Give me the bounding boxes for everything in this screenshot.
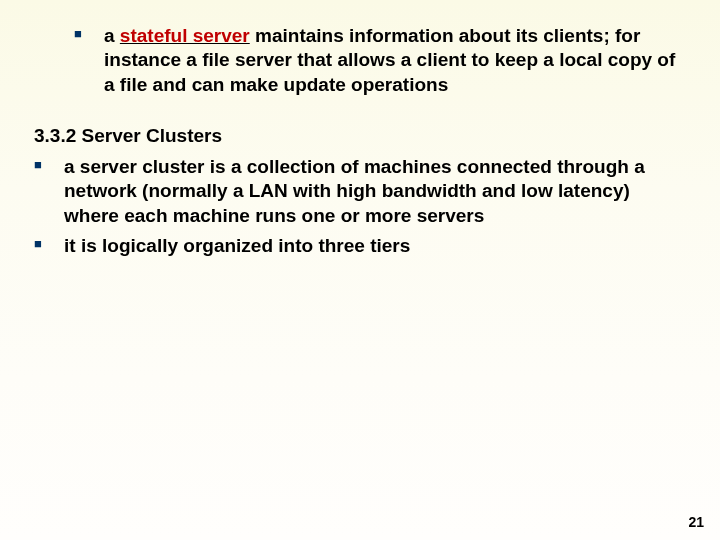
- page-number: 21: [688, 514, 704, 530]
- section-number: 3.3.2: [34, 125, 76, 146]
- section-bullet-list: a server cluster is a collection of mach…: [34, 155, 686, 258]
- bullet-three-tiers: it is logically organized into three tie…: [34, 234, 686, 258]
- slide: a stateful server maintains information …: [0, 0, 720, 540]
- bullet-server-cluster-def: a server cluster is a collection of mach…: [34, 155, 686, 228]
- slide-content: a stateful server maintains information …: [0, 0, 720, 258]
- section-title: Server Clusters: [82, 125, 222, 146]
- top-bullet-list: a stateful server maintains information …: [74, 24, 686, 97]
- bullet-stateful-server: a stateful server maintains information …: [74, 24, 686, 97]
- text-prefix: a: [104, 25, 120, 46]
- section-heading: 3.3.2 Server Clusters: [34, 125, 686, 147]
- highlight-stateful-server: stateful server: [120, 25, 250, 46]
